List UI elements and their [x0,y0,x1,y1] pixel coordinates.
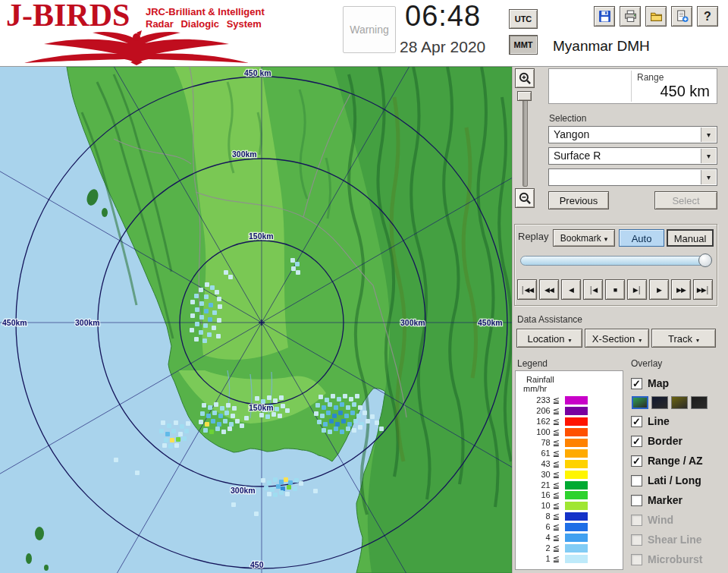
warning-indicator: Warning [343,6,396,53]
auto-mode-button[interactable]: Auto [619,229,664,247]
legend-unit-line2: mm/hr [523,384,623,393]
app-logo-tagline: JRC-Brilliant & Intelligent Radar Dialog… [146,6,265,30]
map-style-swatch-3[interactable] [691,396,708,409]
overlay-item-line[interactable]: ✓Line [631,411,728,431]
stop-button[interactable]: ■ [605,279,625,300]
bookmark-button[interactable]: Bookmark▾ [553,229,615,247]
folder-icon [650,10,663,23]
overlay-item-label: Microburst [648,553,702,565]
zoom-slider-track[interactable] [522,91,528,187]
legend-value: 78 ≦ [522,438,560,448]
replay-slider-track[interactable] [520,256,711,266]
export-button[interactable] [671,6,692,27]
legend-row: 78 ≦ [516,438,623,449]
warning-label: Warning [350,24,389,36]
legend-color-swatch [565,449,588,458]
checkbox-wind [631,515,642,526]
zoom-out-button[interactable] [515,188,535,208]
overlay-item-label: Range / AZ [648,455,703,467]
range-label: 150km [249,231,274,241]
data-assistance-label: Data Assistance [517,314,582,325]
save-icon [598,10,611,23]
legend-color-swatch [565,471,588,479]
map-style-swatch-0[interactable] [632,396,648,409]
replay-group: Replay Bookmark▾ Auto Manual │◀◀◀◀◀│◀■▶│… [514,224,717,306]
legend-row: 21 ≦ [516,480,623,490]
overlay-item-map[interactable]: ✓Map [631,373,728,393]
legend-value: 1 ≦ [522,554,560,564]
overlay-item-label: Border [648,435,682,447]
chevron-down-icon[interactable]: ▾ [701,149,716,163]
location-button[interactable]: Location▾ [516,329,582,348]
legend-value: 10 ≦ [522,501,560,511]
product-dropdown[interactable]: Surface R ▾ [548,147,717,165]
legend-value: 2 ≦ [522,543,560,553]
replay-slider-thumb[interactable] [698,253,712,267]
overlay-item-wind: Wind [631,510,728,530]
play-button[interactable]: ▶ [649,279,669,300]
overlay-item-marker[interactable]: Marker [631,490,728,510]
legend-value: 30 ≦ [522,470,560,480]
zoom-slider-thumb[interactable] [517,91,532,101]
overlay-item-label: Wind [648,514,673,526]
zoom-in-button[interactable] [515,68,535,88]
overlay-item-lati-long[interactable]: Lati / Long [631,471,728,490]
legend-row: 206 ≦ [516,406,623,417]
range-label: 300km [231,486,256,495]
mmt-button[interactable]: MMT [509,35,538,55]
legend-row: 6 ≦ [516,522,623,533]
manual-mode-button[interactable]: Manual [667,229,714,247]
checkbox-marker[interactable] [631,495,642,506]
checkbox-map[interactable]: ✓ [631,378,642,389]
legend-value: 16 ≦ [522,490,560,500]
range-label: Range [637,72,664,83]
legend-row: 61 ≦ [516,448,623,458]
chevron-down-icon[interactable]: ▾ [701,128,716,142]
legend-row: 233 ≦ [516,395,623,406]
help-button[interactable]: ? [697,6,718,27]
step-back-button[interactable]: │◀ [583,279,603,300]
site-dropdown[interactable]: Yangon ▾ [548,126,717,143]
previous-button[interactable]: Previous [548,191,609,209]
map-style-swatch-2[interactable] [671,396,688,409]
replay-label: Replay [518,231,548,242]
map-style-row [631,393,728,411]
legend-rows: 233 ≦206 ≦162 ≦100 ≦78 ≦61 ≦43 ≦30 ≦21 ≦… [516,395,623,564]
radar-map[interactable]: 450 km300km150km150km300km450450km300km3… [0,67,512,573]
step-forward-button[interactable]: ▶│ [627,279,647,300]
overlay-item-shear-line: Shear Line [631,530,728,549]
overlay-label: Overlay [631,358,662,369]
range-label: 150km [249,403,274,412]
chevron-down-icon[interactable]: ▾ [701,170,716,184]
jump-end-button[interactable]: ▶▶│ [693,279,713,300]
range-label: 450 km [244,68,271,77]
range-label: 450km [478,318,503,327]
overlay-item-border[interactable]: ✓Border [631,431,728,451]
overlay-item-label: Shear Line [648,534,702,546]
overlay-item-range-az[interactable]: ✓Range / AZ [631,451,728,471]
legend-row: 10 ≦ [516,501,623,512]
checkbox-line[interactable]: ✓ [631,416,642,427]
print-button[interactable] [620,6,641,27]
checkbox-border[interactable]: ✓ [631,436,642,447]
checkbox-range-az[interactable]: ✓ [631,455,642,467]
extra-dropdown[interactable]: ▾ [548,168,717,186]
legend-row: 30 ≦ [516,469,623,480]
fast-forward-button[interactable]: ▶▶ [671,279,691,300]
legend-row: 1 ≦ [516,553,623,564]
legend-color-swatch [565,502,588,510]
utc-button[interactable]: UTC [509,9,538,29]
open-folder-button[interactable] [645,6,667,27]
track-button[interactable]: Track▾ [651,329,716,348]
radar-map-canvas: 450 km300km150km150km300km450450km300km3… [0,67,512,573]
play-reverse-button[interactable]: ◀ [561,279,581,300]
legend-color-swatch [565,523,588,531]
range-label: 300km [75,318,100,327]
save-button[interactable] [594,6,615,27]
fast-rewind-button[interactable]: ◀◀ [539,279,559,300]
app-window: J-BIRDS JRC-Brilliant & Intelligent Rada… [0,0,728,573]
checkbox-lati-long[interactable] [631,475,642,486]
range-label: 300km [232,150,257,159]
map-style-swatch-1[interactable] [651,396,668,409]
jump-start-button[interactable]: │◀◀ [517,279,537,300]
